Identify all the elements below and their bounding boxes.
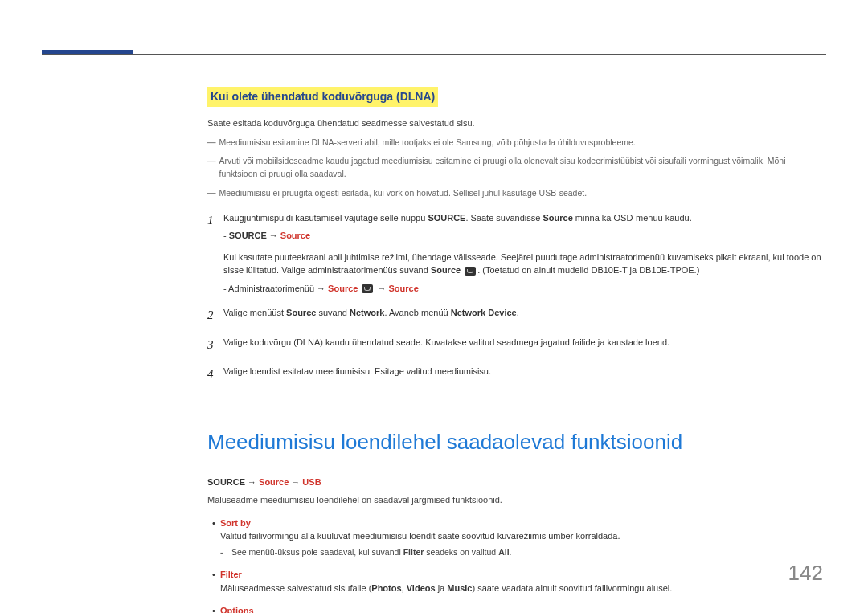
note-3: ―Meediumisisu ei pruugita õigesti esitad… [207,187,826,200]
feature-name: Sort by [220,518,251,528]
section2-intro: Mäluseadme meediumisisu loendilehel on s… [207,493,826,507]
page-content: Kui olete ühendatud koduvõrguga (DLNA) S… [207,87,826,613]
feature-subnote: - See menüü-üksus pole saadaval, kui suv… [220,546,826,559]
step1-sub2: Kui kasutate puuteekraani abil juhtimise… [223,251,826,277]
note-2: ―Arvuti või mobiilsideseadme kaudu jagat… [207,155,826,181]
label-source-caps: SOURCE [428,213,465,223]
bullet-options: • Options - See menüü-üksus pole saadava… [207,604,826,613]
intro-text: Saate esitada koduvõrguga ühendatud sead… [207,116,826,130]
section-title-functions: Meediumisisu loendilehel saadaolevad fun… [207,427,826,458]
step-3: 3 Valige koduvõrgu (DLNA) kaudu ühendatu… [207,336,826,354]
label-source: Source [542,213,572,223]
step-number: 3 [207,336,223,354]
header-rule [42,54,826,55]
step-number: 4 [207,365,223,383]
source-icon [362,284,373,293]
step1-sub3: - Administraatorimenüü→Source →Source [223,282,826,296]
feature-desc: Mäluseadmesse salvestatud sisufaile (Pho… [220,582,826,595]
source-icon [465,267,476,276]
step1-text: Kaugjuhtimispuldi kasutamisel vajutage s… [223,213,428,223]
section-title-dlna: Kui olete ühendatud koduvõrguga (DLNA) [207,87,438,107]
nav-path: SOURCE→Source→USB [207,476,826,489]
note-1: ―Meediumisisu esitamine DLNA-serveri abi… [207,137,826,149]
step1-path: - SOURCE→Source [223,229,826,243]
bullet-filter: • Filter Mäluseadmesse salvestatud sisuf… [207,568,826,595]
step-number: 2 [207,306,223,325]
step-number: 1 [207,211,223,296]
bullet-sortby: • Sort by Valitud failivormingu alla kuu… [207,517,826,559]
step-2: 2 Valige menüüst Source suvand Network. … [207,306,826,325]
step-4: 4 Valige loendist esitatav meediumisisu.… [207,365,826,383]
feature-name: Filter [220,570,242,579]
page-number: 142 [788,558,823,589]
step-1: 1 Kaugjuhtimispuldi kasutamisel vajutage… [207,211,826,296]
feature-name: Options [220,606,254,613]
feature-desc: Valitud failivormingu alla kuuluvat meed… [220,529,826,543]
